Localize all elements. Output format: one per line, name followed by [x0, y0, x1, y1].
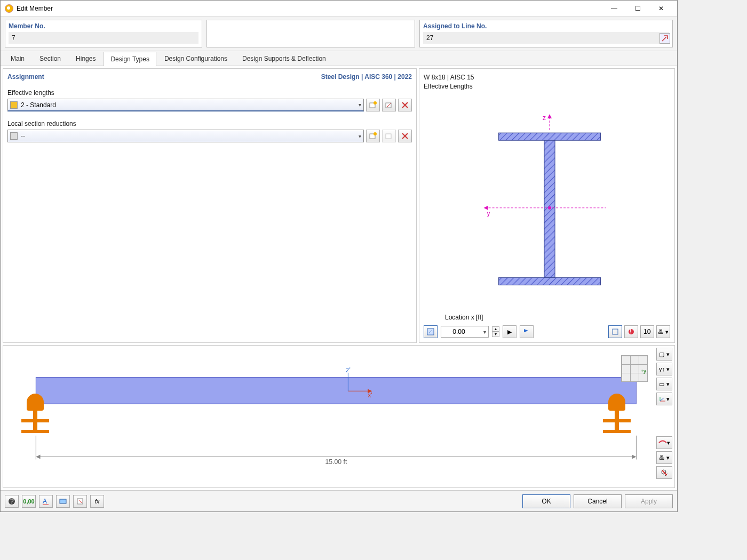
member-no-label: Member No.: [9, 22, 198, 30]
navcube-y-label: +y: [641, 369, 646, 374]
member-no-input[interactable]: 7: [9, 32, 198, 44]
svg-rect-9: [499, 133, 601, 140]
ok-button[interactable]: OK: [522, 494, 570, 508]
print-button[interactable]: 🖶 ▾: [656, 325, 670, 338]
lsr-new-button[interactable]: [366, 130, 380, 142]
header-spacer: [206, 20, 415, 47]
location-label: Location x [ft]: [445, 314, 670, 321]
maximize-button[interactable]: ☐: [626, 1, 649, 16]
axis-x-label: x': [368, 391, 372, 399]
lsr-delete-button[interactable]: [398, 130, 412, 142]
view-section-button[interactable]: ▾: [656, 436, 672, 449]
display-button[interactable]: [56, 495, 70, 508]
svg-point-5: [374, 132, 377, 135]
effective-lengths-new-button[interactable]: [366, 99, 380, 111]
effective-lengths-delete-button[interactable]: [398, 99, 412, 111]
section-subtitle: Effective Lengths: [424, 82, 670, 91]
svg-text:A: A: [43, 498, 47, 505]
tab-section[interactable]: Section: [33, 51, 68, 66]
svg-rect-19: [613, 329, 618, 334]
chevron-down-icon: ▾: [359, 102, 361, 108]
chevron-down-icon: ▾: [359, 133, 361, 139]
view-print-button[interactable]: 🖶 ▾: [656, 451, 672, 464]
tab-label: Main: [11, 55, 25, 62]
lsr-swatch: [10, 132, 18, 140]
apply-button[interactable]: Apply: [625, 494, 673, 508]
view-front-button[interactable]: ▭ ▾: [656, 378, 672, 390]
axis-y-label: y: [487, 209, 490, 217]
svg-rect-10: [499, 277, 601, 285]
tab-hinges[interactable]: Hinges: [69, 51, 102, 66]
member-length-label: 15.00 ft: [325, 458, 347, 466]
close-button[interactable]: ✕: [649, 1, 673, 16]
support-left-icon: [19, 387, 51, 435]
section-preview-panel: W 8x18 | AISC 15 Effective Lengths: [419, 68, 675, 343]
location-play-button[interactable]: ▶: [503, 325, 516, 338]
svg-point-17: [548, 206, 551, 209]
assigned-line-input[interactable]: 27: [423, 32, 669, 44]
svg-marker-31: [632, 454, 636, 459]
location-input[interactable]: 0.00 ▾: [441, 326, 489, 338]
location-value: 0.00: [452, 328, 465, 335]
view-mode-2-button[interactable]: !: [624, 325, 638, 338]
local-section-reductions-label: Local section reductions: [7, 120, 412, 127]
member-elevation-view[interactable]: z' x' 15.00 ft +y: [3, 345, 675, 488]
svg-marker-13: [547, 114, 552, 118]
effective-lengths-value: 2 - Standard: [21, 101, 56, 109]
view-zoom-clear-button[interactable]: [656, 466, 672, 479]
assigned-line-box: Assigned to Line No. 27: [419, 20, 673, 47]
lsr-edit-button[interactable]: [382, 130, 396, 142]
sheet-button[interactable]: [73, 495, 87, 508]
text-settings-button[interactable]: A: [39, 495, 53, 508]
view-y-button[interactable]: y↑ ▾: [656, 363, 672, 375]
cancel-button[interactable]: Cancel: [574, 494, 622, 508]
units-button[interactable]: 0,00: [22, 495, 36, 508]
dimensions-button[interactable]: 100: [640, 325, 654, 338]
effective-lengths-edit-button[interactable]: [382, 99, 396, 111]
tab-label: Section: [39, 55, 61, 62]
location-flag-button[interactable]: [520, 325, 534, 338]
svg-rect-23: [36, 378, 636, 404]
local-section-reductions-combo[interactable]: -- ▾: [7, 130, 364, 142]
stepper-up-icon[interactable]: ▴: [492, 326, 499, 332]
tab-design-supports[interactable]: Design Supports & Deflection: [235, 51, 333, 66]
window-title: Edit Member: [17, 5, 602, 12]
location-stepper[interactable]: ▴ ▾: [492, 326, 499, 337]
section-view[interactable]: z y: [424, 91, 670, 314]
view-axes-button[interactable]: ▾: [656, 393, 672, 405]
tab-main[interactable]: Main: [4, 51, 31, 66]
tab-label: Design Configurations: [164, 55, 227, 62]
section-name: W 8x18 | AISC 15: [424, 73, 670, 82]
axis-z-label: z': [346, 366, 350, 374]
svg-line-0: [662, 37, 666, 41]
effective-lengths-swatch: [10, 101, 18, 109]
minimize-button[interactable]: —: [602, 1, 626, 16]
svg-text:!: !: [630, 328, 631, 335]
stepper-down-icon[interactable]: ▾: [492, 332, 499, 337]
svg-line-34: [660, 398, 664, 401]
tab-design-configurations[interactable]: Design Configurations: [157, 51, 234, 66]
app-icon: [5, 4, 13, 13]
member-no-box: Member No. 7: [5, 20, 202, 47]
script-button[interactable]: fx: [90, 495, 104, 508]
pick-line-button[interactable]: [659, 33, 670, 44]
effective-lengths-combo[interactable]: 2 - Standard ▾: [7, 99, 364, 111]
navcube[interactable]: +y: [621, 355, 648, 382]
tab-design-types[interactable]: Design Types: [104, 52, 156, 66]
view-cube-button[interactable]: ▢ ▾: [656, 348, 672, 361]
support-right-icon: [601, 387, 633, 435]
svg-text:100: 100: [643, 328, 651, 335]
location-reset-button[interactable]: [424, 325, 438, 338]
effective-lengths-label: Effective lengths: [7, 89, 412, 97]
view-mode-1-button[interactable]: [608, 325, 622, 338]
assignment-title: Assignment: [7, 73, 44, 81]
chevron-down-icon: ▾: [483, 329, 486, 335]
tab-label: Design Supports & Deflection: [242, 55, 326, 62]
svg-text:?: ?: [10, 498, 14, 505]
help-button[interactable]: ?: [5, 495, 19, 508]
svg-marker-30: [36, 454, 40, 459]
svg-point-2: [374, 101, 377, 105]
tab-label: Hinges: [76, 55, 96, 62]
axis-z-label: z: [543, 114, 546, 122]
design-code-link[interactable]: Steel Design | AISC 360 | 2022: [321, 73, 412, 81]
